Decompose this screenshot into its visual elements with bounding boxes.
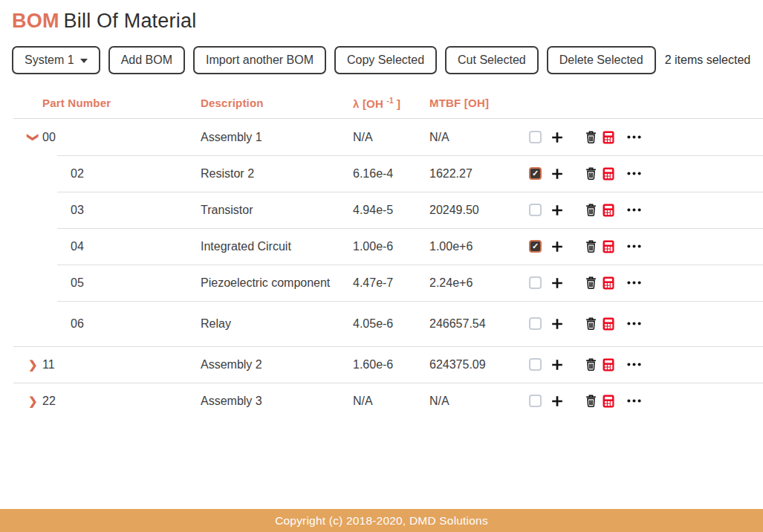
- trash-icon: [585, 317, 597, 331]
- ellipsis-icon: [627, 399, 641, 403]
- more-options-button[interactable]: [627, 172, 641, 175]
- row-select-checkbox[interactable]: [529, 317, 542, 330]
- cut-selected-button[interactable]: Cut Selected: [445, 46, 539, 74]
- plus-icon: [551, 168, 563, 180]
- calculate-row-button[interactable]: [603, 317, 614, 331]
- expand-toggle-chevron-icon[interactable]: ❯: [28, 359, 39, 370]
- table-row: 06 Relay 4.05e-6 246657.54: [13, 301, 763, 346]
- row-actions: [529, 203, 763, 217]
- more-options-button[interactable]: [627, 399, 641, 403]
- delete-row-button[interactable]: [585, 394, 597, 408]
- add-child-button[interactable]: [551, 168, 563, 180]
- table-row: 04 Integrated Circuit 1.00e-6 1.00e+6: [13, 228, 763, 265]
- add-child-button[interactable]: [551, 395, 563, 407]
- row-select-checkbox[interactable]: [529, 131, 542, 143]
- import-bom-button[interactable]: Import another BOM: [193, 46, 326, 74]
- part-number-value: 04: [71, 240, 84, 253]
- row-select-checkbox[interactable]: [529, 204, 542, 216]
- plus-icon: [551, 277, 563, 289]
- trash-icon: [585, 130, 597, 144]
- part-number-value: 22: [42, 395, 56, 408]
- trash-icon: [585, 394, 597, 408]
- system-select-button[interactable]: System 1: [12, 46, 100, 74]
- plus-icon: [551, 395, 563, 407]
- part-number-cell: 03: [13, 204, 201, 217]
- add-child-button[interactable]: [551, 241, 563, 253]
- calculate-row-button[interactable]: [603, 204, 614, 217]
- copy-selected-button[interactable]: Copy Selected: [334, 46, 437, 74]
- expand-toggle-chevron-icon[interactable]: ❯: [28, 133, 39, 143]
- calculate-row-button[interactable]: [603, 131, 614, 144]
- delete-row-button[interactable]: [585, 317, 597, 331]
- copyright-text: Copyright (c) 2018-2020, DMD Solutions: [275, 514, 488, 528]
- row-select-checkbox[interactable]: [529, 395, 542, 407]
- column-header-lambda: λ [OH -1 ]: [353, 97, 429, 110]
- row-select-checkbox[interactable]: [529, 240, 542, 253]
- calculate-row-button[interactable]: [603, 358, 614, 372]
- more-options-button[interactable]: [627, 244, 641, 248]
- row-actions: [529, 130, 763, 144]
- part-number-value: 00: [42, 131, 56, 144]
- row-select-checkbox[interactable]: [529, 276, 542, 289]
- calculator-icon: [603, 240, 614, 253]
- add-child-button[interactable]: [551, 359, 563, 371]
- table-row: ❯ 11 Assembly 2 1.60e-6 624375.09: [13, 346, 763, 383]
- part-number-cell: 02: [13, 167, 201, 181]
- calculate-row-button[interactable]: [603, 395, 614, 408]
- delete-row-button[interactable]: [585, 203, 597, 217]
- calculate-row-button[interactable]: [603, 240, 614, 253]
- row-actions: [529, 394, 763, 408]
- add-child-button[interactable]: [551, 318, 563, 330]
- part-number-value: 02: [71, 167, 84, 181]
- row-actions: [529, 276, 763, 290]
- mtbf-value: 1622.27: [429, 167, 529, 181]
- delete-row-button[interactable]: [585, 130, 597, 144]
- add-child-button[interactable]: [551, 204, 563, 216]
- table-header-row: Part Number Description λ [OH -1 ] MTBF …: [13, 94, 763, 118]
- lambda-value: 1.00e-6: [353, 240, 429, 253]
- delete-row-button[interactable]: [585, 276, 597, 290]
- ellipsis-icon: [627, 322, 641, 325]
- calculator-icon: [603, 276, 614, 290]
- delete-row-button[interactable]: [585, 239, 597, 253]
- row-select-checkbox[interactable]: [529, 358, 542, 371]
- description-value: Assembly 1: [201, 131, 353, 144]
- app-logo: BOM: [12, 10, 59, 32]
- more-options-button[interactable]: [627, 322, 641, 325]
- more-options-button[interactable]: [627, 135, 641, 139]
- more-options-button[interactable]: [627, 363, 641, 366]
- row-actions: [529, 239, 763, 253]
- more-options-button[interactable]: [627, 281, 641, 285]
- add-child-button[interactable]: [551, 277, 563, 289]
- lambda-value: 6.16e-4: [353, 167, 429, 181]
- page-title-text: Bill Of Material: [64, 10, 197, 32]
- column-header-description: Description: [201, 97, 353, 109]
- row-actions: [529, 166, 763, 181]
- lambda-value: 4.05e-6: [353, 317, 429, 331]
- lambda-value: 1.60e-6: [353, 358, 429, 372]
- delete-row-button[interactable]: [585, 357, 597, 372]
- calculate-row-button[interactable]: [603, 276, 614, 290]
- description-value: Assembly 3: [201, 395, 353, 408]
- row-actions: [529, 317, 763, 331]
- expand-toggle-chevron-icon[interactable]: ❯: [28, 395, 39, 406]
- row-select-checkbox[interactable]: [529, 167, 542, 180]
- part-number-value: 11: [42, 358, 55, 372]
- caret-down-icon: [80, 59, 88, 63]
- add-bom-button[interactable]: Add BOM: [108, 46, 185, 74]
- ellipsis-icon: [627, 244, 641, 248]
- more-options-button[interactable]: [627, 208, 641, 212]
- trash-icon: [585, 276, 597, 290]
- table-row: 03 Transistor 4.94e-5 20249.50: [13, 192, 763, 228]
- plus-icon: [551, 318, 563, 330]
- mtbf-value: N/A: [429, 131, 529, 144]
- lambda-value: N/A: [353, 131, 429, 144]
- delete-row-button[interactable]: [585, 166, 597, 181]
- part-number-value: 05: [71, 276, 84, 290]
- add-child-button[interactable]: [551, 132, 563, 143]
- description-value: Piezoelectric component: [201, 276, 353, 290]
- calculate-row-button[interactable]: [603, 167, 614, 181]
- trash-icon: [585, 203, 597, 217]
- calculator-icon: [603, 167, 614, 181]
- delete-selected-button[interactable]: Delete Selected: [547, 46, 656, 74]
